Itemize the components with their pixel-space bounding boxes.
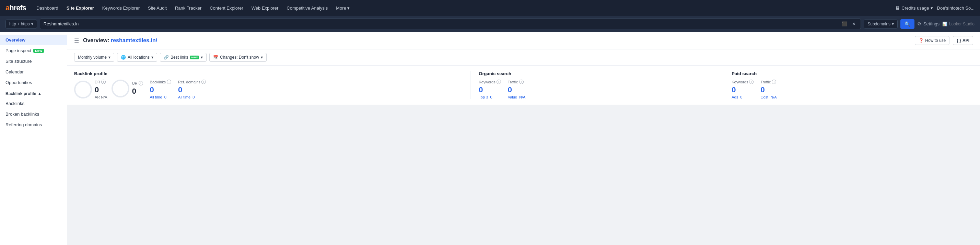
chevron-down-icon: ▾	[151, 55, 153, 60]
dr-label: DR i	[95, 80, 107, 84]
logo[interactable]: ahrefs	[5, 3, 26, 12]
paid-keywords-info-icon[interactable]: i	[749, 80, 754, 84]
link-icon: 🔗	[164, 55, 169, 60]
organic-keywords-label: Keywords i	[479, 80, 501, 84]
ref-domains-value: 0	[178, 86, 206, 94]
sidebar-item-overview[interactable]: Overview	[0, 35, 67, 45]
chevron-down-icon: ▾	[931, 5, 933, 11]
sidebar-item-broken-backlinks[interactable]: Broken backlinks	[0, 109, 67, 119]
chevron-down-icon: ▾	[892, 22, 894, 26]
hamburger-icon[interactable]: ☰	[74, 37, 79, 44]
organic-keywords-block: Keywords i 0 Top 3 0	[479, 80, 508, 99]
ref-domains-block: Ref. domains i 0 All time 0	[178, 80, 213, 99]
dr-value: 0	[95, 86, 107, 94]
nav-right: 🖥 Credits usage ▾ Doe'sInfotech So...	[895, 5, 975, 11]
ref-domains-info-icon[interactable]: i	[201, 80, 206, 84]
paid-traffic-sub: Cost N/A	[760, 95, 776, 99]
sidebar-item-opportunities[interactable]: Opportunities	[0, 77, 67, 88]
url-value[interactable]: Reshamtextiles.in	[44, 21, 841, 26]
organic-traffic-info-icon[interactable]: i	[519, 80, 523, 84]
settings-button[interactable]: ⚙ Settings	[917, 21, 940, 26]
paid-traffic-info-icon[interactable]: i	[772, 80, 776, 84]
organic-traffic-value: 0	[508, 86, 526, 94]
url-bar: http + https ▾ Reshamtextiles.in ⬛ ✕ Sub…	[0, 16, 980, 32]
changes-filter[interactable]: 📅 Changes: Don't show ▾	[209, 53, 267, 62]
dr-gauge	[74, 81, 92, 99]
clear-icon[interactable]: ✕	[851, 21, 857, 27]
sidebar: Overview Page inspect New Site structure…	[0, 32, 67, 245]
url-input-container: Reshamtextiles.in ⬛ ✕	[40, 19, 861, 29]
paid-keywords-value: 0	[732, 86, 754, 94]
api-button[interactable]: { } API	[953, 36, 973, 45]
main-layout: Overview Page inspect New Site structure…	[0, 32, 980, 245]
ur-gauge	[111, 80, 129, 97]
dr-sub: AR N/A	[95, 95, 107, 99]
user-name[interactable]: Doe'sInfotech So...	[937, 5, 975, 11]
sidebar-item-calendar[interactable]: Calendar	[0, 67, 67, 77]
nav-item-keywords-explorer[interactable]: Keywords Explorer	[99, 4, 143, 12]
globe-icon: 🌐	[121, 55, 126, 60]
nav-item-rank-tracker[interactable]: Rank Tracker	[172, 4, 205, 12]
ur-info-icon[interactable]: i	[138, 81, 143, 86]
divider-1	[470, 71, 471, 99]
ur-block: UR i 0	[111, 80, 143, 97]
search-button[interactable]: 🔍	[900, 19, 915, 29]
page-title: Overview: reshamtextiles.in/	[83, 37, 157, 44]
nav-item-web-explorer[interactable]: Web Explorer	[248, 4, 282, 12]
all-locations-filter[interactable]: 🌐 All locations ▾	[117, 53, 157, 62]
nav-item-site-explorer[interactable]: Site Explorer	[63, 4, 97, 12]
paid-search-group: Paid search Keywords i 0 Ads 0	[726, 71, 973, 99]
filter-bar: Monthly volume ▾ 🌐 All locations ▾ 🔗 Bes…	[67, 49, 980, 65]
metrics-section: Backlink profile DR i 0 AR N/A	[67, 65, 980, 105]
subdomain-selector[interactable]: Subdomains ▾	[864, 19, 898, 29]
organic-keywords-sub: Top 3 0	[479, 95, 501, 99]
protocol-selector[interactable]: http + https ▾	[5, 19, 37, 29]
sidebar-item-backlinks[interactable]: Backlinks	[0, 98, 67, 109]
paid-keywords-block: Keywords i 0 Ads 0	[732, 80, 760, 99]
sidebar-item-referring-domains[interactable]: Referring domains	[0, 119, 67, 130]
looker-studio-button[interactable]: 📊 Looker Studio	[942, 22, 975, 26]
divider-2	[723, 71, 723, 99]
ref-domains-label: Ref. domains i	[178, 80, 206, 84]
credits-usage-button[interactable]: 🖥 Credits usage ▾	[895, 5, 933, 11]
new-badge: New	[33, 49, 44, 53]
how-to-use-button[interactable]: ❓ How to use	[915, 36, 950, 45]
chart-icon: 📊	[942, 22, 947, 26]
paid-keywords-label: Keywords i	[732, 80, 754, 84]
monitor-icon: 🖥	[895, 5, 900, 11]
ur-value: 0	[132, 87, 143, 96]
logo-text: ahrefs	[5, 3, 26, 12]
backlink-profile-title: Backlink profile	[74, 71, 467, 76]
best-links-filter[interactable]: 🔗 Best links New ▾	[160, 53, 207, 62]
main-content: ☰ Overview: reshamtextiles.in/ ❓ How to …	[67, 32, 980, 245]
metrics-row: Backlink profile DR i 0 AR N/A	[74, 71, 973, 99]
organic-keywords-info-icon[interactable]: i	[496, 80, 501, 84]
open-external-icon[interactable]: ⬛	[840, 21, 849, 27]
calendar-icon: 📅	[213, 55, 218, 60]
nav-item-more[interactable]: More ▾	[332, 4, 353, 12]
chevron-down-icon: ▾	[261, 55, 263, 60]
backlink-profile-group: Backlink profile DR i 0 AR N/A	[74, 71, 467, 99]
question-icon: ❓	[919, 38, 924, 43]
sidebar-item-site-structure[interactable]: Site structure	[0, 56, 67, 67]
paid-keywords-sub: Ads 0	[732, 95, 754, 99]
backlinks-info-icon[interactable]: i	[167, 80, 171, 84]
nav-item-dashboard[interactable]: Dashboard	[33, 4, 62, 12]
organic-keywords-value: 0	[479, 86, 501, 94]
best-links-new-badge: New	[190, 56, 199, 59]
organic-traffic-sub: Value N/A	[508, 95, 526, 99]
sidebar-item-page-inspect[interactable]: Page inspect New	[0, 45, 67, 56]
content-header: ☰ Overview: reshamtextiles.in/ ❓ How to …	[67, 32, 980, 49]
domain-link[interactable]: reshamtextiles.in/	[111, 37, 157, 43]
organic-traffic-label: Traffic i	[508, 80, 526, 84]
nav-item-content-explorer[interactable]: Content Explorer	[206, 4, 247, 12]
nav-item-site-audit[interactable]: Site Audit	[145, 4, 170, 12]
backlinks-block: Backlinks i 0 All time 0	[150, 80, 178, 99]
dr-block: DR i 0 AR N/A	[74, 80, 107, 99]
ref-domains-sub: All time 0	[178, 95, 206, 99]
paid-search-title: Paid search	[732, 71, 968, 76]
paid-traffic-label: Traffic i	[760, 80, 776, 84]
nav-item-competitive-analysis[interactable]: Competitive Analysis	[283, 4, 331, 12]
monthly-volume-filter[interactable]: Monthly volume ▾	[74, 53, 114, 62]
dr-info-icon[interactable]: i	[101, 80, 106, 84]
